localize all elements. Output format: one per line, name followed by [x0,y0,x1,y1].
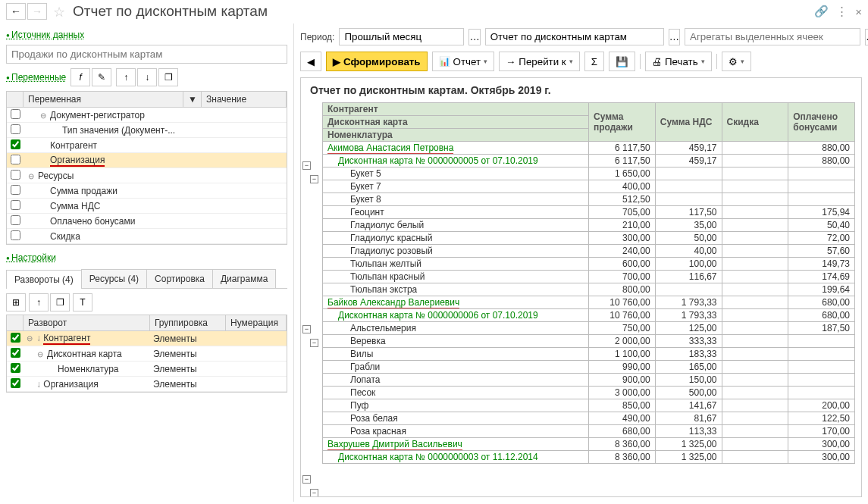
tab[interactable]: Диаграмма [212,269,276,288]
report-row[interactable]: Дисконтная карта № 0000000006 от 07.10.2… [323,309,855,322]
report-row[interactable]: Букет 7400,00 [323,180,855,193]
vars-link[interactable]: Переменные [6,72,66,83]
var-row[interactable]: Скидка [7,229,287,244]
report-row[interactable]: Песок3 000,00500,00 [323,387,855,399]
col-header: Скидка [722,103,788,142]
report-row[interactable]: Букет 51 650,00 [323,167,855,180]
report-row[interactable]: Роза красная680,00113,33170,00 [323,425,855,438]
var-checkbox[interactable] [11,185,20,195]
dev-row[interactable]: ⊖↓ Контрагент Элементы [7,331,287,346]
forward-button[interactable]: → [27,3,47,20]
tab[interactable]: Развороты (4) [6,270,82,289]
report-row[interactable]: Тюльпан экстра800,00199,64 [323,283,855,296]
dev-up-button[interactable]: ↑ [29,293,49,311]
aggregates-more-button[interactable]: … [865,29,868,45]
tree-toggle-button[interactable]: − [310,175,318,183]
report-more-button[interactable]: … [669,29,680,45]
tree-toggle-button[interactable]: − [310,339,318,347]
var-header-value: Значение [202,92,287,107]
save-button[interactable]: 💾 [609,52,635,71]
dev-copy-button[interactable]: ❐ [50,293,70,311]
report-row[interactable]: Лопата900,00150,00 [323,374,855,387]
tree-toggle-button[interactable]: − [302,161,311,170]
goto-dropdown[interactable]: →Перейти к▾ [499,52,580,71]
more-icon[interactable]: ⋮ [836,5,848,18]
tree-toggle-button[interactable]: − [302,325,311,333]
var-row[interactable]: ⊖Ресурсы [7,168,287,183]
dev-row[interactable]: ⊖Дисконтная карта Элементы [7,346,287,362]
favorite-icon[interactable]: ☆ [53,4,68,19]
report-row[interactable]: Вилы1 100,00183,33 [323,348,855,361]
down-button[interactable]: ↓ [137,68,157,86]
form-button[interactable]: ▶Сформировать [326,52,428,71]
dev-checkbox[interactable] [11,363,20,373]
copy-button[interactable]: ❐ [158,68,178,86]
report-row[interactable]: Роза белая490,0081,67122,50 [323,412,855,425]
var-checkbox[interactable] [11,200,20,210]
aggregates-input[interactable] [685,28,860,45]
dev-checkbox[interactable] [11,333,20,343]
link-icon[interactable]: 🔗 [814,5,829,18]
var-checkbox[interactable] [11,215,20,225]
report-row[interactable]: Дисконтная карта № 0000000003 от 11.12.2… [323,451,855,464]
report-row[interactable]: Дисконтная карта № 0000000005 от 07.10.2… [323,155,855,167]
col-header: Сумма НДС [655,103,722,142]
report-row[interactable]: Акимова Анастасия Петровна6 117,50459,17… [323,142,855,155]
var-row[interactable]: Контрагент [7,138,287,153]
var-row[interactable]: Сумма продажи [7,183,287,199]
period-more-button[interactable]: … [468,29,480,45]
var-row[interactable]: ⊖Документ-регистратор [7,108,287,123]
var-row[interactable]: Сумма НДС [7,199,287,214]
var-row[interactable]: Оплачено бонусами [7,214,287,229]
var-checkbox[interactable] [11,230,20,240]
dev-header-name: Разворот [24,315,150,330]
report-dropdown[interactable]: 📊Отчет▾ [432,52,495,71]
sum-button[interactable]: Σ [584,52,604,71]
source-link[interactable]: Источник данных [6,30,84,40]
up-button[interactable]: ↑ [116,68,136,86]
source-search-input[interactable] [6,45,287,64]
tab[interactable]: Ресурсы (4) [81,269,147,288]
report-row[interactable]: Альстельмерия750,00125,00187,50 [323,322,855,335]
dev-checkbox[interactable] [11,378,20,388]
var-checkbox[interactable] [11,139,20,149]
var-checkbox[interactable] [11,170,20,180]
report-row[interactable]: Букет 8512,50 [323,193,855,206]
settings-link[interactable]: Настройки [6,252,56,263]
var-row[interactable]: Организация [7,153,287,168]
fx-button[interactable]: f [71,68,90,86]
report-row[interactable]: Веревка2 000,00333,33 [323,335,855,348]
tab[interactable]: Сортировка [146,269,213,288]
collapse-panel-button[interactable]: ◀ [300,52,321,71]
report-row[interactable]: Вахрушев Дмитрий Васильевич8 360,001 325… [323,438,855,451]
tree-toggle-button[interactable]: − [302,475,311,484]
add-dev-button[interactable]: ⊞ [6,293,26,311]
dev-row[interactable]: Номенклатура Элементы [7,362,287,377]
print-dropdown[interactable]: 🖨Печать▾ [645,52,712,71]
gear-dropdown[interactable]: ⚙▾ [722,52,751,71]
dev-text-button[interactable]: T [73,293,92,311]
close-icon[interactable]: × [855,5,862,18]
report-row[interactable]: Грабли990,00165,00 [323,361,855,374]
report-row[interactable]: Гладиолус белый210,0035,0050,40 [323,219,855,232]
report-row[interactable]: Тюльпан желтый600,00100,00149,73 [323,258,855,271]
report-row[interactable]: Гладиолус розовый240,0040,0057,60 [323,245,855,258]
dev-checkbox[interactable] [11,348,20,358]
var-checkbox[interactable] [11,109,20,119]
report-row[interactable]: Гладиолус красный300,0050,0072,00 [323,232,855,245]
back-button[interactable]: ← [6,3,26,20]
var-row[interactable]: Тип значения (Документ-... [7,123,287,138]
col-header: Контрагент [323,103,589,116]
report-row[interactable]: Геоцинт705,00117,50175,94 [323,206,855,219]
var-checkbox[interactable] [11,155,20,164]
filter-icon[interactable]: ▼ [183,92,202,107]
report-row[interactable]: Пуф850,00141,67200,00 [323,399,855,412]
var-checkbox[interactable] [11,124,20,134]
tree-toggle-button[interactable]: − [310,489,318,497]
report-row[interactable]: Тюльпан красный700,00116,67174,69 [323,271,855,283]
report-row[interactable]: Байков Александр Валериевич10 760,001 79… [323,296,855,309]
period-input[interactable] [339,28,464,45]
edit-button[interactable]: ✎ [92,68,111,86]
dev-row[interactable]: ↓ Организация Элементы [7,377,287,392]
report-name-input[interactable] [485,28,664,45]
